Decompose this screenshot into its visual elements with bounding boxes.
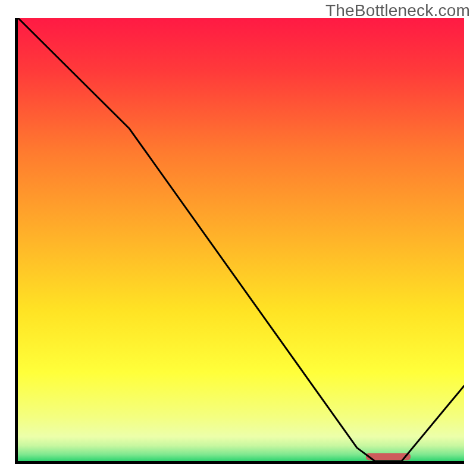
plot-area [15,18,464,464]
chart-container: TheBottleneck.com [0,0,476,476]
chart-svg [18,18,464,461]
